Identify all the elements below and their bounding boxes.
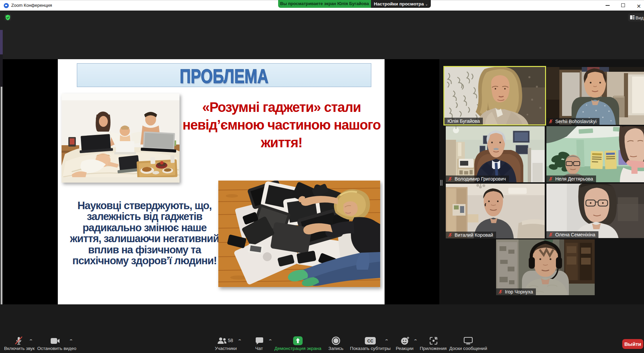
svg-text:CC: CC [367,339,373,343]
